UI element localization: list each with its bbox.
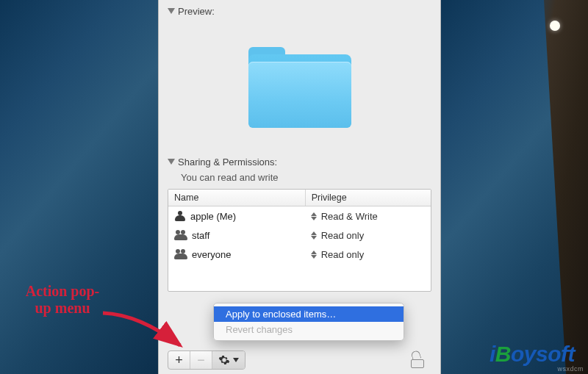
disclosure-triangle-icon bbox=[168, 8, 175, 14]
table-row[interactable]: everyone Read only bbox=[168, 245, 431, 264]
lock-button[interactable] bbox=[411, 353, 424, 368]
privilege-cell[interactable]: Read & Write bbox=[306, 211, 431, 222]
preview-section-header[interactable]: Preview: bbox=[168, 6, 431, 17]
user-name: apple (Me) bbox=[190, 211, 236, 222]
remove-user-button bbox=[190, 351, 212, 369]
permissions-table: Name Privilege apple (Me) Read & Write s… bbox=[168, 189, 431, 292]
watermark-text: wsxdcm bbox=[557, 365, 584, 373]
table-footer-controls bbox=[168, 350, 245, 370]
privilege-value: Read only bbox=[321, 249, 365, 260]
privilege-value: Read only bbox=[321, 230, 365, 241]
menu-item-revert-changes: Revert changes bbox=[214, 322, 404, 337]
wallpaper-moon bbox=[550, 21, 560, 31]
column-header-name[interactable]: Name bbox=[168, 190, 306, 206]
stepper-icon bbox=[311, 251, 318, 259]
column-header-privilege[interactable]: Privilege bbox=[306, 190, 431, 206]
permissions-table-header: Name Privilege bbox=[168, 190, 431, 206]
annotation-arrow bbox=[99, 307, 187, 351]
annotation-label: Action pop-up menu bbox=[22, 283, 103, 317]
sharing-section-title: Sharing & Permissions: bbox=[178, 157, 277, 168]
privilege-cell[interactable]: Read only bbox=[306, 230, 431, 241]
user-name: everyone bbox=[192, 249, 231, 260]
privilege-value: Read & Write bbox=[321, 211, 378, 222]
watermark-logo: iBoysoft bbox=[490, 342, 575, 367]
preview-area bbox=[168, 21, 431, 154]
action-popup-button[interactable] bbox=[212, 351, 245, 369]
stepper-icon bbox=[311, 212, 318, 220]
preview-section-title: Preview: bbox=[178, 6, 215, 17]
table-row[interactable]: staff Read only bbox=[168, 226, 431, 245]
group-icon bbox=[174, 249, 187, 259]
disclosure-triangle-icon bbox=[168, 159, 175, 165]
sharing-section-header[interactable]: Sharing & Permissions: bbox=[168, 157, 431, 168]
gear-icon bbox=[218, 354, 230, 366]
privilege-cell[interactable]: Read only bbox=[306, 249, 431, 260]
user-name: staff bbox=[192, 230, 209, 241]
action-popup-menu: Apply to enclosed items… Revert changes bbox=[213, 303, 404, 341]
add-user-button[interactable] bbox=[168, 351, 190, 369]
folder-icon bbox=[248, 47, 351, 128]
table-row[interactable]: apple (Me) Read & Write bbox=[168, 206, 431, 226]
menu-item-apply-enclosed[interactable]: Apply to enclosed items… bbox=[214, 306, 404, 322]
wallpaper-cliff bbox=[514, 0, 588, 374]
person-icon bbox=[174, 211, 186, 221]
desktop-wallpaper-right bbox=[441, 0, 588, 374]
group-icon bbox=[174, 230, 187, 240]
permission-summary: You can read and write bbox=[181, 172, 431, 183]
stepper-icon bbox=[311, 231, 318, 240]
chevron-down-icon bbox=[233, 358, 239, 362]
